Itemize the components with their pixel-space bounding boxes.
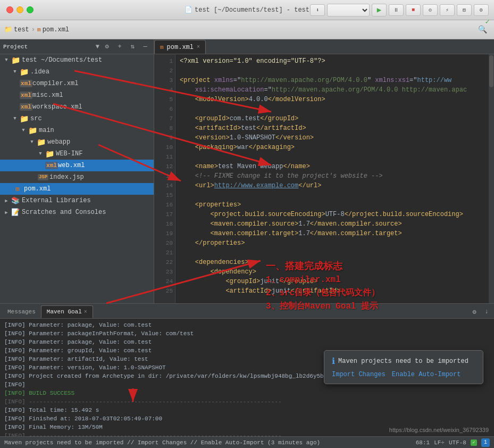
tree-arrow-webinf: ▼ xyxy=(36,150,45,158)
tree-label-ext-libs: External Libraries xyxy=(22,197,91,204)
tree-label-web-xml: web.xml xyxy=(58,162,85,169)
main-toolbar: 📁 test › m pom.xml 🔍 xyxy=(0,20,494,39)
run-button[interactable]: ▶ xyxy=(372,4,387,16)
encoding-label: UTF-8 xyxy=(449,439,466,446)
maven-pom-icon: m xyxy=(13,184,22,194)
bottom-panel-tools: ⚙ ↓ xyxy=(469,306,492,318)
tree-arrow-src: ▼ xyxy=(11,114,19,123)
import-popup-title: ℹ Maven projects need to be imported xyxy=(332,356,475,367)
xml-icon-compiler: xml xyxy=(21,79,31,88)
breadcrumb-separator: › xyxy=(31,26,35,34)
sidebar-settings-btn[interactable]: ⚙ xyxy=(102,42,112,52)
tree-item-workspace-xml[interactable]: xml workspace.xml xyxy=(0,101,154,113)
line-ending: LF÷ xyxy=(434,439,445,446)
folder-src-icon: 📁 xyxy=(19,114,29,123)
title-bar: 📄 test [~/Documents/test] - test ⬇ ▶ ⏸ ■… xyxy=(0,0,494,20)
import-popup-text: Maven projects need to be imported xyxy=(338,358,468,365)
tree-arrow-scratches: ▶ xyxy=(2,208,11,217)
cursor-position: 68:1 xyxy=(416,439,430,446)
settings-tool-btn[interactable]: ⚙ xyxy=(469,306,480,317)
tree-label-index-jsp: index.jsp xyxy=(49,173,84,181)
tree-item-web-xml[interactable]: xml web.xml xyxy=(0,160,154,171)
breadcrumb-file[interactable]: m pom.xml xyxy=(37,26,69,34)
jsp-icon: JSP xyxy=(38,172,48,182)
info-icon: ℹ xyxy=(332,356,335,367)
folder-webinf-icon: 📁 xyxy=(45,149,54,159)
console-line-3: [INFO] Parameter: package, Value: com.te… xyxy=(4,338,490,346)
tree-arrow-webapp: ▼ xyxy=(28,138,36,146)
tab-label: pom.xml xyxy=(167,44,194,51)
minimize-button[interactable] xyxy=(16,6,23,13)
enable-auto-import-link[interactable]: Enable Auto-Import xyxy=(392,371,461,378)
status-bar: Maven projects need to be imported // Im… xyxy=(0,436,494,448)
tree-item-pom-xml[interactable]: m pom.xml xyxy=(0,183,154,195)
build-button[interactable]: ⊞ xyxy=(457,4,472,16)
bottom-tabs: Messages Maven Goal × ⚙ ↓ xyxy=(0,304,494,319)
tree-label-root: test ~/Documents/test xyxy=(22,56,102,64)
messages-tab-label: Messages xyxy=(7,309,36,315)
tab-messages[interactable]: Messages xyxy=(2,305,41,318)
tab-pom-xml[interactable]: m pom.xml × xyxy=(154,40,206,54)
title-bar-controls: ⬇ ▶ ⏸ ■ ⊙ ⚡ ⊞ ⚙ xyxy=(310,4,489,16)
import-changes-link[interactable]: Import Changes xyxy=(332,371,386,378)
tree-item-root[interactable]: ▼ 📁 test ~/Documents/test xyxy=(0,54,154,66)
tree-item-ext-libs[interactable]: ▶ 📚 External Libraries xyxy=(0,195,154,206)
tree-arrow-root: ▼ xyxy=(2,56,11,64)
tree-item-webinf[interactable]: ▼ 📁 WEB-INF xyxy=(0,148,154,160)
console-line-11: [INFO] Finished at: 2018-07-03T02:05:49-… xyxy=(4,414,490,423)
sidebar-title: Project xyxy=(3,44,94,50)
tab-close-btn[interactable]: × xyxy=(197,44,200,50)
folder-root-icon: 📁 xyxy=(11,55,20,65)
tree-item-compiler-xml[interactable]: xml compiler.xml xyxy=(0,78,154,89)
tree-item-scratches[interactable]: ▶ 📝 Scratches and Consoles xyxy=(0,206,154,218)
traffic-lights xyxy=(0,6,34,13)
tab-maven-goal[interactable]: Maven Goal × xyxy=(41,305,93,318)
maximize-button[interactable] xyxy=(27,6,34,13)
sidebar-sync-btn[interactable]: ⇅ xyxy=(127,42,138,52)
tree-label-compiler: compiler.xml xyxy=(32,80,78,87)
profile-button[interactable]: ⚡ xyxy=(440,4,455,16)
debug-button[interactable]: ⏸ xyxy=(389,4,404,16)
status-message: Maven projects need to be imported // Im… xyxy=(4,439,320,446)
stop-button[interactable]: ■ xyxy=(406,4,421,16)
tree-arrow-main: ▼ xyxy=(19,126,28,135)
download-icon[interactable]: ⬇ xyxy=(310,4,325,16)
tree-item-misc-xml[interactable]: xml misc.xml xyxy=(0,89,154,101)
coverage-button[interactable]: ⊙ xyxy=(423,4,438,16)
folder-icon: 📁 xyxy=(4,26,12,34)
console-line-10: [INFO] Total time: 15.492 s xyxy=(4,406,490,414)
import-notification: ℹ Maven projects need to be imported Imp… xyxy=(324,350,483,384)
console-separator-1: [INFO] ---------------------------------… xyxy=(4,397,490,406)
settings-button[interactable]: ⚙ xyxy=(474,4,489,16)
editor-tabs: m pom.xml × xyxy=(154,39,494,54)
maven-icon: m xyxy=(37,27,41,33)
tree-item-src[interactable]: ▼ 📁 src xyxy=(0,113,154,125)
tree-label-misc: misc.xml xyxy=(32,92,63,99)
sidebar-header: Project ▼ ⚙ + ⇅ — xyxy=(0,39,154,54)
file-icon: 📄 xyxy=(185,6,192,14)
xml-icon-misc: xml xyxy=(21,90,31,100)
folder-webapp-icon: 📁 xyxy=(36,137,46,147)
folder-idea-icon: 📁 xyxy=(19,67,29,77)
close-panel-btn[interactable]: ↓ xyxy=(481,306,492,317)
folder-main-icon: 📁 xyxy=(28,126,37,135)
tree-item-main[interactable]: ▼ 📁 main xyxy=(0,125,154,136)
tree-item-webapp[interactable]: ▼ 📁 webapp xyxy=(0,136,154,148)
scratches-icon: 📝 xyxy=(11,208,20,217)
xml-icon-web: xml xyxy=(47,161,56,170)
tree-label-webapp: webapp xyxy=(47,138,70,146)
notification-badge[interactable]: 1 xyxy=(481,438,490,447)
console-line-1: [INFO] Parameter: package, Value: com.te… xyxy=(4,321,490,329)
tree-label-webinf: WEB-INF xyxy=(56,150,82,157)
maven-goal-close-btn[interactable]: × xyxy=(84,309,87,315)
sidebar-collapse-btn[interactable]: — xyxy=(140,42,150,52)
breadcrumb-root[interactable]: 📁 test xyxy=(4,26,29,34)
console-line-12: [INFO] Final Memory: 13M/50M xyxy=(4,423,490,432)
tree-item-idea[interactable]: ▼ 📁 .idea xyxy=(0,66,154,78)
config-select[interactable] xyxy=(327,4,370,16)
tree-item-index-jsp[interactable]: JSP index.jsp xyxy=(0,171,154,183)
close-button[interactable] xyxy=(6,6,13,13)
tree-label-main: main xyxy=(39,127,54,134)
breadcrumb: 📁 test › m pom.xml xyxy=(4,26,473,34)
sidebar-add-btn[interactable]: + xyxy=(114,42,125,52)
